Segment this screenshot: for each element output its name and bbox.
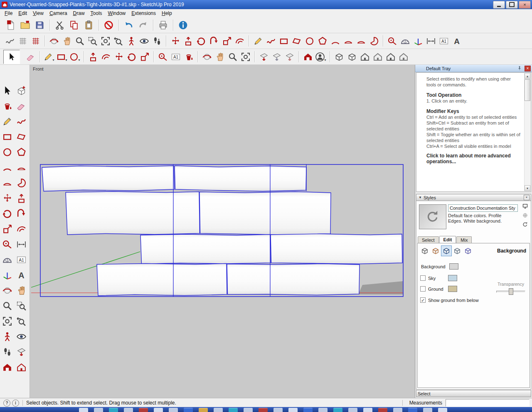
pie-button[interactable] <box>15 177 28 189</box>
sky-checkbox[interactable] <box>420 275 426 281</box>
rectangle-button[interactable] <box>1 131 14 143</box>
taskbar-item[interactable] <box>169 408 178 412</box>
move-button[interactable] <box>112 50 125 63</box>
section-plane-button[interactable] <box>15 346 28 358</box>
smoove-button[interactable] <box>29 34 42 47</box>
walk-button[interactable] <box>150 34 163 47</box>
taskbar-item[interactable] <box>124 408 133 412</box>
rectangle-button[interactable] <box>277 34 290 47</box>
3d-text-button[interactable] <box>15 269 28 281</box>
instructor-line[interactable]: Click to learn about more advanced opera… <box>426 153 522 164</box>
taskbar-item[interactable] <box>393 408 402 412</box>
barn-button[interactable] <box>397 50 410 63</box>
menu-tools[interactable]: Tools <box>88 10 105 17</box>
tab-select[interactable]: Select <box>418 236 439 243</box>
menu-view[interactable]: View <box>30 10 47 17</box>
circle-button[interactable] <box>303 34 316 47</box>
zoom-button[interactable] <box>73 34 86 47</box>
taskbar-item[interactable] <box>94 408 103 412</box>
slider-thumb[interactable] <box>509 288 513 295</box>
taskbar-item[interactable] <box>378 408 387 412</box>
print-button[interactable] <box>156 19 170 32</box>
scroll-down-button[interactable]: ▼ <box>525 185 530 191</box>
axes-button[interactable] <box>411 34 424 47</box>
taskbar-item[interactable] <box>214 408 223 412</box>
taskbar-item[interactable] <box>244 408 253 412</box>
select-panel-header[interactable]: Select <box>416 390 531 397</box>
offset-button[interactable] <box>15 223 28 235</box>
pan-button[interactable] <box>15 284 28 297</box>
save-button[interactable] <box>32 19 47 32</box>
dimensions-button[interactable] <box>424 34 437 47</box>
taskbar-item[interactable] <box>109 408 118 412</box>
erase-button[interactable] <box>101 19 116 32</box>
position-camera-button[interactable] <box>1 331 14 343</box>
dimensions-button[interactable] <box>15 238 28 250</box>
taskbar-item[interactable] <box>259 408 268 412</box>
show-ground-checkbox[interactable]: ✓ <box>420 297 426 303</box>
text-button[interactable] <box>437 34 450 47</box>
zoom-button[interactable] <box>226 50 239 63</box>
zoom-extents-button[interactable] <box>99 34 112 47</box>
orbit-button[interactable] <box>200 50 213 63</box>
taskbar-item[interactable] <box>348 408 357 412</box>
zoom-button[interactable] <box>1 300 14 312</box>
menu-file[interactable]: File <box>2 10 15 17</box>
orbit-button[interactable] <box>1 284 14 297</box>
text-button[interactable] <box>169 50 182 63</box>
plank[interactable] <box>175 166 306 191</box>
plank[interactable] <box>140 234 271 264</box>
taskbar-item[interactable] <box>154 408 163 412</box>
eraser-button[interactable] <box>24 50 37 63</box>
move-button[interactable] <box>1 192 14 204</box>
style-sphere-icon[interactable] <box>522 212 528 218</box>
protractor-button[interactable] <box>1 254 14 266</box>
rotate-button[interactable] <box>1 208 14 220</box>
taskbar-item[interactable] <box>199 408 208 412</box>
select-button[interactable] <box>1 85 14 97</box>
secondary-pane-icon[interactable] <box>522 203 528 209</box>
scroll-thumb[interactable] <box>525 79 530 101</box>
dropdown-arrow-icon[interactable]: ▾ <box>65 58 67 63</box>
freehand-button[interactable] <box>15 115 28 128</box>
line-button[interactable]: ▾ <box>42 50 55 63</box>
watermark-settings-button[interactable] <box>452 245 463 256</box>
scroll-up-button[interactable]: ▲ <box>525 73 530 79</box>
edge-settings-button[interactable] <box>419 245 430 256</box>
redo-button[interactable] <box>136 19 150 32</box>
ground-checkbox[interactable] <box>420 286 426 292</box>
menu-window[interactable]: Window <box>105 10 129 17</box>
zoom-window-button[interactable] <box>86 34 99 47</box>
line-button[interactable] <box>251 34 264 47</box>
taskbar-item[interactable] <box>303 408 313 412</box>
walk-button[interactable] <box>1 346 14 358</box>
select-tool-button[interactable] <box>3 50 20 64</box>
section-fill-button[interactable] <box>283 50 296 63</box>
styles-close-button[interactable]: × <box>524 195 530 200</box>
orbit-button[interactable] <box>47 34 60 47</box>
look-around-button[interactable] <box>138 34 150 47</box>
plank[interactable] <box>97 264 227 296</box>
arc-button[interactable] <box>329 34 342 47</box>
polygon-button[interactable] <box>316 34 329 47</box>
sky-color-swatch[interactable] <box>448 275 457 281</box>
measurements-input[interactable] <box>446 399 530 407</box>
pan-button[interactable] <box>60 34 73 47</box>
position-camera-button[interactable] <box>125 34 138 47</box>
polygon-button[interactable] <box>15 146 28 158</box>
close-button[interactable]: × <box>519 1 531 9</box>
freehand-button[interactable] <box>264 34 277 47</box>
style-thumbnail[interactable] <box>419 204 446 229</box>
background-settings-button[interactable] <box>441 245 452 256</box>
push-pull-button[interactable] <box>182 34 195 47</box>
arc-button[interactable] <box>1 162 14 174</box>
info-icon[interactable]: i <box>12 400 19 407</box>
scale-button[interactable] <box>1 223 14 235</box>
taskbar-item[interactable] <box>184 408 193 412</box>
tape-measure-button[interactable] <box>386 34 399 47</box>
crate-button[interactable] <box>332 50 345 63</box>
make-component-button[interactable] <box>15 85 28 97</box>
taskbar-item[interactable] <box>438 408 447 412</box>
look-around-button[interactable] <box>15 331 28 343</box>
taskbar-item[interactable] <box>318 408 328 412</box>
